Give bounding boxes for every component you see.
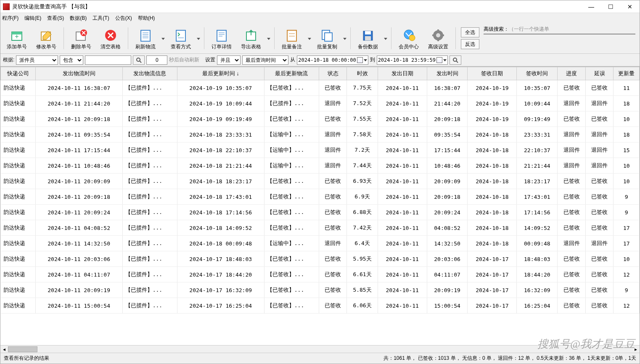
refresh-dropdown[interactable] <box>160 26 166 52</box>
cell: 2024-10-11 09:35:54 <box>35 127 122 142</box>
cell: 【已揽件】... <box>122 142 177 158</box>
logic-select[interactable]: 并且 <box>217 55 241 65</box>
column-header[interactable]: 进度 <box>558 67 586 80</box>
cell: 已签收 <box>319 111 347 127</box>
table-row[interactable]: 韵达快递2024-10-11 20:03:06【已揽件】...2024-10-1… <box>1 251 640 267</box>
invert-selection-button[interactable]: 反选 <box>461 39 479 49</box>
cell: 09:19:49 <box>517 111 558 127</box>
table-row[interactable]: 韵达快递2024-10-11 04:08:52【已揽件】...2024-10-1… <box>1 220 640 236</box>
table-row[interactable]: 韵达快递2024-10-11 20:09:19【已揽件】...2024-10-1… <box>1 282 640 298</box>
view-mode-button[interactable]: 查看方式 <box>166 26 196 52</box>
cell: 10 <box>614 111 640 127</box>
backup-dropdown[interactable] <box>383 26 389 52</box>
column-header[interactable]: 发出日期 <box>378 67 427 80</box>
cell: 韵达快递 <box>1 80 36 96</box>
table-row[interactable]: 韵达快递2024-10-11 09:35:54【已揽件】...2024-10-1… <box>1 127 640 142</box>
column-header[interactable]: 发出物流信息 <box>122 67 177 80</box>
table-row[interactable]: 韵达快递2024-10-11 16:38:07【已揽件】...2024-10-1… <box>1 80 640 96</box>
operator-select[interactable]: 包含 <box>60 55 83 65</box>
delete-order-button[interactable]: 删除单号 <box>66 26 96 52</box>
column-header[interactable]: 快递公司 <box>1 67 36 80</box>
table-row[interactable]: 韵达快递2024-10-11 15:00:54【已揽件】...2024-10-1… <box>1 298 640 314</box>
scroll-thumb[interactable] <box>8 346 37 352</box>
column-header[interactable]: 最后更新时间 ↓ <box>177 67 264 80</box>
cell: 17:14:56 <box>517 205 558 220</box>
column-header[interactable]: 更新量 <box>614 67 640 80</box>
viewmode-dropdown[interactable] <box>196 26 201 52</box>
table-row[interactable]: 韵达快递2024-10-11 20:09:24【已揽件】...2024-10-1… <box>1 205 640 220</box>
column-header[interactable]: 发出时间 <box>427 67 468 80</box>
svg-line-37 <box>140 61 141 63</box>
cell: 退回件 <box>319 158 347 174</box>
column-header[interactable]: 签收日期 <box>468 67 517 80</box>
add-order-button[interactable]: +添加单号 <box>2 26 32 52</box>
column-header[interactable]: 状态 <box>319 67 347 80</box>
column-header[interactable]: 最后更新物流 <box>264 67 319 80</box>
to-datetime-input[interactable]: 2024-10-18 23:59:59 <box>377 55 448 65</box>
cell: 2024-10-19 09:19:49 <box>177 111 264 127</box>
cell: 2024-10-18 <box>468 205 517 220</box>
order-detail-button[interactable]: 订单详情 <box>207 26 236 52</box>
backup-button[interactable]: 备份数据 <box>353 26 383 52</box>
batch-note-button[interactable]: 批量备注 <box>277 26 307 52</box>
batchcopy-dropdown[interactable] <box>342 26 348 52</box>
cell: 2024-10-17 16:25:04 <box>177 298 264 314</box>
cell: 【已签收】... <box>264 220 319 236</box>
cell: 韵达快递 <box>1 267 36 282</box>
time-search-button[interactable] <box>450 55 461 65</box>
filter-value-input[interactable] <box>85 55 131 65</box>
column-header[interactable]: 发出物流时间 <box>35 67 122 80</box>
table-row[interactable]: 韵达快递2024-10-11 21:44:20【已揽件】...2024-10-1… <box>1 96 640 111</box>
cell: 21:21:44 <box>517 158 558 174</box>
scroll-left-button[interactable]: ◂ <box>0 346 8 353</box>
menu-tools[interactable]: 工具(T) <box>93 15 109 22</box>
svg-rect-8 <box>141 30 150 41</box>
column-header[interactable]: 时效 <box>347 67 378 80</box>
horizontal-scrollbar[interactable]: ◂ ▸ <box>0 345 640 353</box>
column-header[interactable]: 延误 <box>585 67 614 80</box>
timefield-select[interactable]: 最后查询时间 <box>242 55 288 65</box>
field-select[interactable]: 派件员 <box>16 55 58 65</box>
menu-notice[interactable]: 公告(X) <box>115 15 132 22</box>
table-row[interactable]: 韵达快递2024-10-11 14:32:50【已揽件】...2024-10-1… <box>1 236 640 251</box>
export-button[interactable]: 导出表格 <box>236 26 266 52</box>
clear-table-button[interactable]: 清空表格 <box>96 26 125 52</box>
advanced-settings-button[interactable]: 高级设置 <box>423 26 453 52</box>
cell: 20:09:24 <box>427 205 468 220</box>
modify-order-button[interactable]: 修改单号 <box>32 26 61 52</box>
search-input[interactable] <box>484 34 635 34</box>
data-grid[interactable]: 快递公司发出物流时间发出物流信息最后更新时间 ↓最后更新物流状态时效发出日期发出… <box>0 66 640 345</box>
column-header[interactable]: 签收时间 <box>517 67 558 80</box>
vip-center-button[interactable]: 会员中心 <box>394 26 423 52</box>
menu-data[interactable]: 数据(B) <box>70 15 87 22</box>
table-row[interactable]: 韵达快递2024-10-11 04:11:07【已揽件】...2024-10-1… <box>1 267 640 282</box>
table-row[interactable]: 韵达快递2024-10-11 10:48:46【已揽件】...2024-10-1… <box>1 158 640 174</box>
cell: 韵达快递 <box>1 251 36 267</box>
from-datetime-input[interactable]: 2024-10-18 00:00:00 <box>297 55 368 65</box>
close-button[interactable]: ✕ <box>620 0 640 13</box>
menu-help[interactable]: 帮助(H) <box>138 15 155 22</box>
cell: 【已揽件】... <box>122 127 177 142</box>
svg-point-36 <box>137 58 140 61</box>
menu-view[interactable]: 查看(S) <box>47 15 64 22</box>
menu-program[interactable]: 程序(F) <box>2 15 19 22</box>
table-row[interactable]: 韵达快递2024-10-11 20:09:18【已揽件】...2024-10-1… <box>1 189 640 205</box>
filter-search-button[interactable] <box>133 55 145 65</box>
select-all-button[interactable]: 全选 <box>461 27 479 37</box>
cell: 已签收 <box>319 205 347 220</box>
table-row[interactable]: 韵达快递2024-10-11 20:09:09【已揽件】...2024-10-1… <box>1 174 640 189</box>
table-row[interactable]: 韵达快递2024-10-11 17:15:44【已揽件】...2024-10-1… <box>1 142 640 158</box>
refresh-button[interactable]: 刷新物流 <box>131 26 160 52</box>
auto-refresh-seconds-input[interactable] <box>146 55 167 65</box>
export-dropdown[interactable] <box>266 26 272 52</box>
cell: 2024-10-11 <box>378 298 427 314</box>
menu-edit[interactable]: 编辑(E) <box>24 15 41 22</box>
minimize-button[interactable]: — <box>582 0 601 13</box>
table-row[interactable]: 韵达快递2024-10-11 20:09:18【已揽件】...2024-10-1… <box>1 111 640 127</box>
scroll-right-button[interactable]: ▸ <box>632 346 640 353</box>
batch-copy-button[interactable]: 批量复制 <box>312 26 342 52</box>
maximize-button[interactable]: ☐ <box>601 0 620 13</box>
settings-link[interactable]: 设置 <box>205 56 215 63</box>
batchnote-dropdown[interactable] <box>307 26 312 52</box>
cell: 2024-10-19 <box>468 111 517 127</box>
